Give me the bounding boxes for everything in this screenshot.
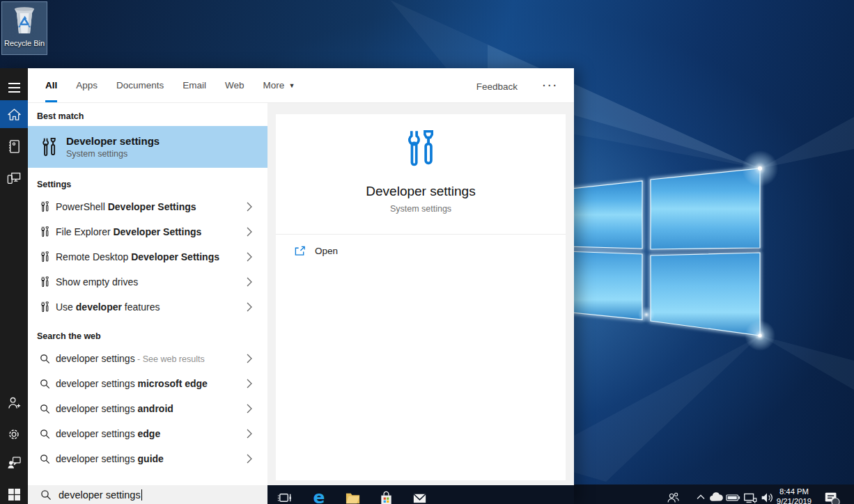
tab-web[interactable]: Web bbox=[225, 68, 244, 102]
tab-apps[interactable]: Apps bbox=[76, 68, 98, 102]
taskbar-clock[interactable]: 8:44 PM 9/21/2019 bbox=[773, 487, 815, 504]
web-suggestion-row[interactable]: developer settings android bbox=[28, 396, 267, 421]
chevron-down-icon: ▼ bbox=[288, 82, 295, 89]
flyout-sidebar bbox=[0, 68, 28, 504]
web-suggestion-row[interactable]: developer settings edge bbox=[28, 421, 267, 446]
text-caret bbox=[141, 489, 142, 501]
developer-tools-icon bbox=[40, 251, 50, 263]
developer-tools-icon bbox=[40, 276, 50, 288]
section-settings: Settings bbox=[28, 168, 267, 194]
recycle-bin-desktop-icon[interactable]: Recycle Bin bbox=[1, 1, 47, 55]
start-button[interactable] bbox=[0, 480, 28, 504]
chevron-right-icon bbox=[247, 404, 252, 414]
windows-logo-icon bbox=[8, 489, 20, 501]
developer-tools-icon bbox=[40, 301, 50, 313]
preview-column: Developer settings System settings Open bbox=[267, 103, 574, 485]
tab-email[interactable]: Email bbox=[183, 68, 206, 102]
clock-date: 9/21/2019 bbox=[773, 496, 815, 504]
developer-tools-icon bbox=[40, 200, 50, 213]
search-icon bbox=[40, 454, 50, 464]
settings-result-row[interactable]: File Explorer Developer Settings bbox=[28, 219, 267, 244]
preview-subtitle: System settings bbox=[276, 204, 566, 214]
section-search-web: Search the web bbox=[28, 320, 267, 346]
search-input-value: developer settings bbox=[59, 489, 141, 501]
settings-result-row[interactable]: Use developer features bbox=[28, 294, 267, 320]
open-label: Open bbox=[315, 246, 338, 256]
sidebar-item-devices[interactable] bbox=[0, 164, 28, 192]
settings-result-row[interactable]: PowerShell Developer Settings bbox=[28, 194, 267, 219]
network-icon[interactable] bbox=[742, 490, 759, 504]
tray-chevron-up-button[interactable] bbox=[692, 490, 709, 504]
search-filter-tabs: All Apps Documents Email Web More ▼ Feed… bbox=[28, 68, 574, 103]
best-match-result[interactable]: Developer settings System settings bbox=[28, 126, 267, 168]
results-column: Best match Developer settings System set… bbox=[28, 103, 267, 485]
search-icon bbox=[40, 489, 52, 501]
settings-result-row[interactable]: Show empty drives bbox=[28, 269, 267, 294]
developer-tools-icon bbox=[40, 226, 50, 238]
onedrive-cloud-icon[interactable] bbox=[708, 490, 724, 504]
gear-icon bbox=[7, 427, 21, 441]
web-suggestion-row[interactable]: developer settings microsoft edge bbox=[28, 371, 267, 396]
feedback-button[interactable]: Feedback bbox=[476, 68, 518, 102]
tab-documents[interactable]: Documents bbox=[116, 68, 164, 102]
chevron-right-icon bbox=[247, 252, 252, 262]
search-icon bbox=[40, 404, 50, 414]
hamburger-icon bbox=[8, 80, 20, 95]
battery-icon[interactable] bbox=[724, 490, 741, 504]
search-results-panel: All Apps Documents Email Web More ▼ Feed… bbox=[28, 68, 574, 485]
search-input-box[interactable]: developer settings bbox=[28, 485, 267, 504]
search-icon bbox=[40, 354, 50, 364]
sidebar-item-journal[interactable] bbox=[0, 132, 28, 160]
clock-time: 8:44 PM bbox=[773, 487, 815, 496]
open-external-icon bbox=[294, 245, 306, 257]
chevron-right-icon bbox=[247, 454, 252, 464]
search-icon bbox=[40, 379, 50, 389]
tab-all[interactable]: All bbox=[45, 68, 57, 102]
more-options-button[interactable]: ··· bbox=[543, 68, 559, 102]
hamburger-menu-button[interactable] bbox=[0, 74, 28, 102]
chevron-right-icon bbox=[247, 227, 252, 237]
chevron-right-icon bbox=[247, 277, 252, 287]
preview-card: Developer settings System settings Open bbox=[276, 114, 566, 480]
sidebar-item-account[interactable] bbox=[0, 388, 28, 416]
chevron-right-icon bbox=[247, 429, 252, 439]
best-match-subtitle: System settings bbox=[66, 149, 160, 159]
people-tray-button[interactable] bbox=[665, 490, 681, 504]
preview-title: Developer settings bbox=[276, 184, 566, 199]
recycle-bin-icon bbox=[10, 4, 38, 36]
journal-icon bbox=[8, 139, 21, 154]
recycle-bin-label: Recycle Bin bbox=[2, 39, 47, 47]
developer-tools-icon bbox=[40, 136, 59, 158]
home-icon bbox=[7, 108, 22, 121]
settings-result-row[interactable]: Remote Desktop Developer Settings bbox=[28, 244, 267, 269]
chevron-right-icon bbox=[247, 302, 252, 312]
developer-tools-icon-large bbox=[403, 127, 439, 170]
add-user-icon bbox=[7, 396, 22, 409]
devices-icon bbox=[6, 171, 22, 185]
best-match-title: Developer settings bbox=[66, 135, 160, 147]
web-suggestion-row[interactable]: developer settings - See web results bbox=[28, 346, 267, 371]
action-center-button[interactable] bbox=[823, 490, 840, 504]
chevron-right-icon bbox=[247, 354, 252, 363]
section-best-match: Best match bbox=[28, 103, 267, 126]
search-flyout: All Apps Documents Email Web More ▼ Feed… bbox=[0, 68, 574, 504]
sidebar-item-feedback[interactable] bbox=[0, 448, 28, 476]
tab-more-label: More bbox=[263, 80, 285, 90]
tab-more[interactable]: More ▼ bbox=[263, 68, 295, 102]
feedback-person-icon bbox=[7, 456, 22, 469]
chevron-right-icon bbox=[247, 379, 252, 388]
open-action[interactable]: Open bbox=[276, 235, 566, 257]
search-icon bbox=[40, 429, 50, 439]
sidebar-item-settings[interactable] bbox=[0, 420, 28, 448]
chevron-right-icon bbox=[247, 202, 252, 212]
web-suggestion-row[interactable]: developer settings guide bbox=[28, 446, 267, 471]
sidebar-item-home[interactable] bbox=[0, 100, 28, 128]
